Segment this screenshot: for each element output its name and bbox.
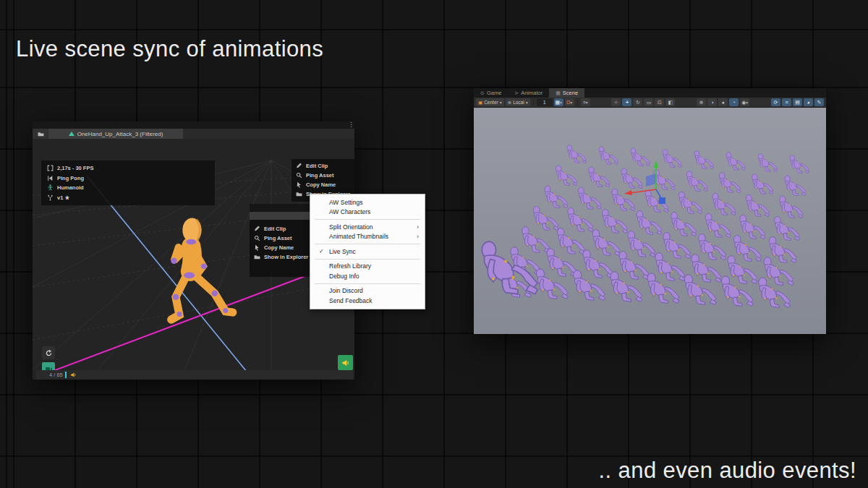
folder-button[interactable]: [33, 129, 48, 139]
scene-character[interactable]: [774, 216, 799, 240]
scene-character[interactable]: [733, 235, 761, 261]
tab-scene[interactable]: Scene: [549, 88, 584, 98]
2d-toggle-button[interactable]: [707, 98, 717, 106]
overlay-menu-button[interactable]: ▾: [581, 98, 590, 106]
reset-camera-button[interactable]: [42, 346, 55, 359]
lighting-toggle-button[interactable]: [718, 98, 728, 106]
scene-character[interactable]: [557, 228, 584, 254]
scene-character[interactable]: [628, 231, 655, 257]
transform-tool-button[interactable]: [655, 98, 664, 106]
scene-character[interactable]: [686, 171, 707, 192]
menu-item-live-sync[interactable]: ✓ Live Sync: [310, 247, 425, 257]
tab-game[interactable]: Game: [474, 88, 508, 98]
scene-character[interactable]: [568, 207, 593, 231]
scene-character[interactable]: [556, 166, 577, 186]
menu-item-join-discord[interactable]: Join Discord: [310, 286, 425, 296]
rect-tool-button[interactable]: [644, 98, 653, 106]
scene-view[interactable]: [474, 108, 826, 334]
snap-increment-field[interactable]: 1: [537, 98, 553, 106]
sync-button[interactable]: [771, 98, 780, 106]
scene-character[interactable]: [694, 151, 713, 169]
view-tool-button[interactable]: [611, 98, 621, 106]
scene-character[interactable]: [663, 232, 691, 258]
scene-character[interactable]: [728, 256, 757, 284]
rotate-tool-button[interactable]: [633, 98, 642, 106]
shaded-mode-button[interactable]: [697, 98, 706, 106]
edit-clip-item[interactable]: Edit Clip: [296, 161, 354, 171]
filter-button[interactable]: [782, 98, 791, 106]
scene-character[interactable]: [740, 215, 765, 239]
scene-character[interactable]: [621, 168, 642, 189]
edit-clip-item[interactable]: Edit Clip: [254, 224, 318, 234]
scene-character[interactable]: [785, 176, 806, 196]
scene-character[interactable]: [589, 167, 610, 187]
scene-character[interactable]: [567, 145, 586, 163]
scene-character[interactable]: [678, 192, 702, 213]
skybox-button[interactable]: [804, 98, 813, 106]
scene-character[interactable]: [654, 170, 675, 190]
paint-button[interactable]: [814, 98, 824, 106]
scene-character[interactable]: [631, 148, 650, 166]
menu-item-debug-info[interactable]: Debug Info: [310, 271, 425, 281]
pivot-mode-button[interactable]: Center ▾: [476, 98, 504, 106]
scene-character[interactable]: [692, 254, 721, 283]
timeline-bar[interactable]: 4 / 65: [36, 370, 353, 380]
scene-character[interactable]: [712, 193, 736, 215]
menu-item-animated-thumbnails[interactable]: Animated Thumbnails ›: [310, 232, 425, 242]
show-in-explorer-item[interactable]: Show in Explorer: [254, 252, 318, 262]
audio-event-marker-icon[interactable]: [70, 372, 77, 378]
scene-character[interactable]: [721, 276, 753, 307]
scene-character[interactable]: [769, 236, 796, 262]
scene-character[interactable]: [647, 273, 679, 304]
camera-button[interactable]: [42, 362, 55, 370]
scene-character[interactable]: [671, 212, 697, 236]
audio-toggle-button[interactable]: [729, 98, 739, 106]
scene-character[interactable]: [545, 186, 568, 207]
scene-character[interactable]: [752, 174, 773, 194]
ping-asset-item[interactable]: Ping Asset: [254, 234, 318, 243]
scene-character[interactable]: [780, 196, 803, 218]
scene-character[interactable]: [758, 154, 777, 172]
preview-viewport[interactable]: 2,17s - 30 FPS Ping Pong Humanoid v1 ★ E…: [33, 139, 354, 370]
scene-character[interactable]: [684, 275, 716, 305]
scene-character[interactable]: [599, 147, 618, 165]
menu-item-aw-characters[interactable]: AW Characters: [310, 207, 425, 218]
effects-dropdown-button[interactable]: ▾: [740, 98, 749, 106]
copy-name-item[interactable]: Copy Name: [296, 180, 354, 189]
scene-character[interactable]: [759, 278, 791, 308]
scene-character[interactable]: [533, 206, 558, 230]
snap-settings-button[interactable]: ▾: [565, 98, 574, 106]
scene-character[interactable]: [602, 209, 627, 233]
scene-character[interactable]: [726, 153, 745, 171]
scene-character[interactable]: [746, 194, 769, 216]
scene-character[interactable]: [522, 226, 550, 252]
playhead[interactable]: [65, 372, 67, 378]
grid-visibility-button[interactable]: ▾: [554, 98, 563, 106]
scene-character[interactable]: [637, 210, 662, 234]
scene-character[interactable]: [610, 272, 642, 302]
scene-character[interactable]: [574, 270, 605, 301]
scene-character[interactable]: [705, 213, 731, 237]
ping-asset-item[interactable]: Ping Asset: [296, 171, 354, 180]
orange-mannequin-character[interactable]: [140, 211, 248, 348]
gridview-button[interactable]: [793, 98, 802, 106]
clip-tab[interactable]: OneHand_Up_Attack_3 (Filtered): [48, 129, 183, 139]
menu-item-send-feedback[interactable]: Send Feedback: [310, 296, 425, 306]
scene-character[interactable]: [790, 155, 809, 174]
tab-animator[interactable]: Animator: [508, 88, 549, 98]
kebab-menu-icon[interactable]: ⋮: [348, 121, 354, 128]
scene-character[interactable]: [663, 150, 681, 168]
scene-character[interactable]: [720, 173, 741, 193]
menu-item-split-orientation[interactable]: Split Orientation ›: [310, 222, 425, 232]
scene-character-foreground[interactable]: [482, 241, 537, 294]
scene-character[interactable]: [764, 257, 793, 286]
copy-name-item[interactable]: Copy Name: [254, 243, 318, 252]
scene-character[interactable]: [578, 187, 601, 209]
scene-character[interactable]: [592, 229, 620, 255]
move-tool-button[interactable]: [622, 98, 631, 106]
custom-tool-button[interactable]: [665, 98, 675, 106]
audio-toggle-button[interactable]: [338, 355, 353, 370]
menu-item-refresh-library[interactable]: Refresh Library: [310, 262, 425, 272]
space-mode-button[interactable]: Local ▾: [506, 98, 530, 106]
menu-item-aw-settings[interactable]: AW Settings: [310, 197, 425, 207]
